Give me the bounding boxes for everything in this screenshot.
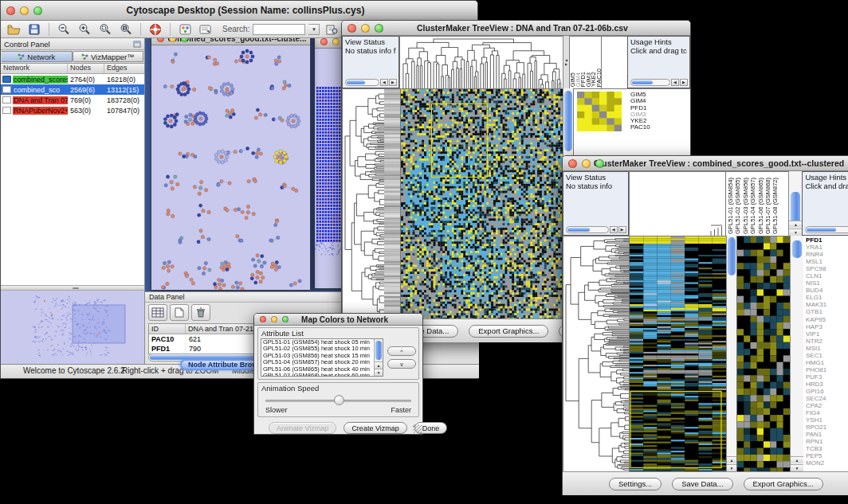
gene-label[interactable]: PAN1 [806,431,848,438]
birdseye-canvas[interactable] [1,291,143,364]
gene-label[interactable]: PUF3 [806,373,848,381]
create-vizmap-button[interactable]: Create Vizmap [344,422,406,434]
scroll-left-icon[interactable]: ◀ [610,226,618,233]
animate-vizmap-button[interactable]: Animate Vizmap [269,422,336,434]
gene-label[interactable]: YRA1 [806,244,848,251]
panel-splitter[interactable] [1,285,144,291]
row-dendrogram-panel[interactable] [342,88,400,318]
gene-label[interactable]: MSI1 [806,345,848,352]
hscrollbar[interactable] [345,79,379,86]
message-console-icon[interactable] [197,22,214,37]
minimize-button[interactable] [20,6,29,15]
gene-label[interactable]: SEC24 [806,395,848,402]
network-list-row[interactable]: RNAPuberNov2+ 563(0) 107847(0) [1,105,144,115]
minimize-button[interactable] [271,316,277,322]
gene-label[interactable]: HRD3 [806,381,848,388]
close-button[interactable] [320,38,328,45]
dialog-titlebar[interactable]: Map Colors to Network [254,314,422,326]
zoom-in-icon[interactable] [76,22,93,37]
gene-label[interactable]: NTR2 [806,338,848,345]
open-file-icon[interactable] [5,22,22,37]
control-panel-tab[interactable]: Network [2,51,73,62]
hscrollbar[interactable] [805,226,848,233]
labels-vscrollbar[interactable]: ▲▼ [788,171,802,236]
treeview2-titlebar[interactable]: ClusterMaker TreeView : combined_scores_… [563,156,848,171]
column-label[interactable]: GPL51-03 (GSM856) [742,178,749,234]
scroll-right-icon[interactable]: ▶ [680,79,688,86]
zoom-out-icon[interactable] [55,22,73,37]
attribute-list-vscrollbar[interactable]: ▲▼ [374,339,383,376]
close-button[interactable] [568,159,577,168]
gene-label[interactable]: HMG1 [806,359,848,366]
gene-label[interactable]: SPC98 [806,265,848,272]
cytopanel-toggle-icon[interactable] [176,22,194,37]
gene-label[interactable]: MAK31 [806,301,848,308]
move-up-button[interactable]: ^ [387,346,416,356]
animation-speed-slider[interactable] [265,394,411,406]
select-attributes-icon[interactable] [148,304,167,321]
row-dendrogram-panel[interactable] [563,236,629,471]
gene-label[interactable]: FIG4 [806,409,848,416]
close-button[interactable] [157,38,164,42]
delete-attribute-icon[interactable] [191,304,210,321]
zoom-button[interactable] [375,24,383,33]
treeview1-titlebar[interactable]: ClusterMaker TreeView : DNA and Tran 07-… [342,21,690,36]
close-button[interactable] [6,6,15,15]
search-dropdown-icon[interactable]: ▼ [308,24,320,35]
gene-label[interactable]: BUD4 [806,287,848,294]
gene-label[interactable]: MSL1 [806,258,848,265]
gene-label[interactable]: PAC10 [630,124,690,131]
treeview-button[interactable]: Settings... [609,478,662,490]
scroll-left-icon[interactable]: ◀ [380,79,388,86]
gene-label[interactable]: ELG1 [806,294,848,301]
slider-thumb[interactable] [334,395,344,405]
treeview-button[interactable]: Save Data... [672,478,732,490]
gene-label[interactable]: YSH1 [806,416,848,424]
network-view-canvas[interactable] [151,45,310,290]
network-list-row[interactable]: DNA and Tran 07 769(0) 183728(0) [1,95,144,105]
column-label[interactable]: GPL51-04 (GSM857) [749,178,756,234]
heatmap-panel[interactable] [400,88,563,318]
gene-label[interactable]: MON2 [806,459,848,467]
close-button[interactable] [347,24,356,33]
gene-label[interactable]: RPN1 [806,438,848,445]
control-panel-tab[interactable]: VizMapper™ [73,51,144,62]
minimize-button[interactable] [582,159,591,168]
save-icon[interactable] [26,22,43,37]
scroll-right-icon[interactable]: ▶ [618,226,626,233]
network-view-window[interactable]: combined_scores_good.txt--cluste... [151,38,311,291]
float-panel-icon[interactable] [133,41,141,48]
zoom-button[interactable] [33,6,42,15]
gene-label[interactable]: NIS1 [806,279,848,287]
column-dendrogram-panel[interactable] [629,171,725,236]
scroll-right-icon[interactable]: ▶ [389,79,397,86]
resize-grip[interactable] [413,424,422,433]
gene-label[interactable]: GTB1 [806,308,848,315]
help-lifering-icon[interactable] [147,22,164,37]
gene-label[interactable]: CPA2 [806,402,848,409]
heatmap-canvas[interactable] [401,89,563,318]
network-list-row[interactable]: combined_scores 2764(0) 16218(0) [1,74,144,84]
move-down-button[interactable]: v [387,359,416,369]
zoom-heatmap-panel[interactable] [736,236,790,471]
birdseye-view[interactable] [1,291,144,364]
column-label[interactable]: GPL51-08 (GSM872) [771,178,779,234]
column-label[interactable]: GPL51-01 (GSM854) [727,178,734,234]
heatmap-vscrollbar[interactable]: ▲▼ [726,236,736,471]
gene-label[interactable]: VIP1 [806,330,848,338]
minimize-button[interactable] [361,24,370,33]
main-titlebar[interactable]: Cytoscape Desktop (Session Name: collins… [1,1,477,21]
column-dendrogram-canvas[interactable] [400,37,563,88]
correlation-matrix-canvas[interactable] [577,92,622,131]
gene-label[interactable]: PHO81 [806,366,848,373]
zoom-fit-icon[interactable] [117,22,135,37]
zoom-button[interactable] [181,38,188,42]
gene-label[interactable]: HAP3 [806,323,848,330]
treeview-button[interactable]: Export Graphics... [469,325,548,338]
pane-splitter[interactable]: ◀▶ [563,36,569,88]
row-dendrogram-canvas[interactable] [563,236,629,471]
gene-label[interactable]: PFD1 [806,236,848,244]
network-list-row[interactable]: combined_sco 2569(6) 13112(15) [1,84,144,95]
zoom-heatmap-canvas[interactable] [737,236,790,471]
zoom-selected-icon[interactable] [96,22,114,37]
